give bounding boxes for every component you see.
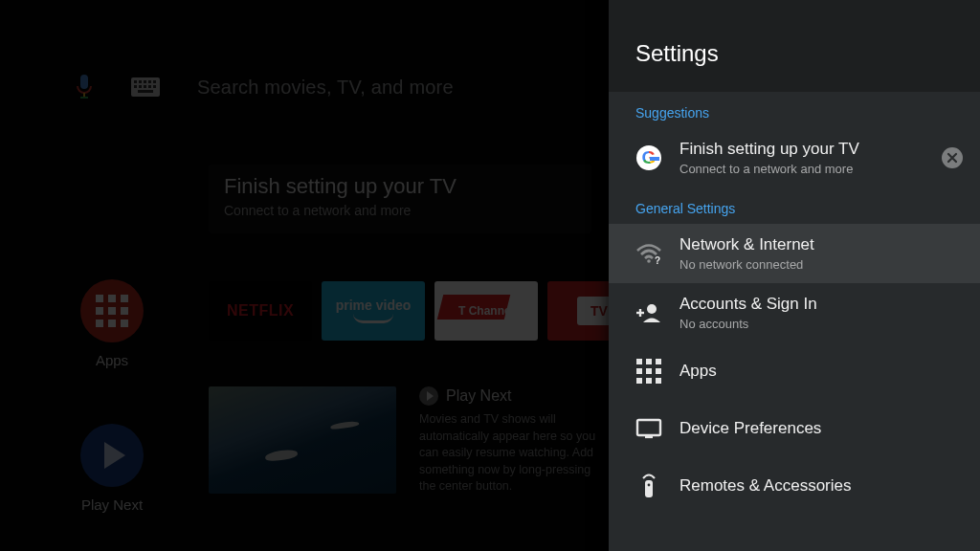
section-suggestions: Suggestions [609,92,980,128]
svg-point-15 [647,259,651,263]
svg-rect-22 [645,480,653,497]
svg-point-23 [648,484,651,487]
apps-icon [635,359,662,384]
add-account-icon [635,302,662,323]
settings-item-network[interactable]: ? Network & Internet No network connecte… [609,224,980,283]
settings-header: Settings [609,0,980,92]
settings-item-remotes[interactable]: Remotes & Accessories [609,457,980,515]
settings-item-apps[interactable]: Apps [609,342,980,400]
suggestion-finish-setup[interactable]: G Finish setting up your TV Connect to a… [609,128,980,187]
accounts-title: Accounts & Sign In [679,295,817,314]
svg-point-17 [647,304,657,314]
display-icon [635,419,662,438]
google-g-icon: G [636,145,661,170]
apps-title: Apps [679,362,717,381]
suggestion-title: Finish setting up your TV [679,140,859,159]
settings-panel: Settings Suggestions G Finish setting up… [609,0,980,551]
settings-item-device-prefs[interactable]: Device Preferences [609,400,980,457]
remotes-title: Remotes & Accessories [679,476,852,496]
wifi-off-icon: ? [635,244,662,263]
settings-item-accounts[interactable]: Accounts & Sign In No accounts [609,283,980,342]
device-prefs-title: Device Preferences [679,419,821,438]
settings-title: Settings [635,40,953,67]
dismiss-suggestion-button[interactable] [942,147,963,168]
svg-text:?: ? [655,255,660,266]
suggestion-subtitle: Connect to a network and more [679,162,859,176]
svg-rect-20 [637,420,660,435]
network-title: Network & Internet [679,235,814,254]
accounts-subtitle: No accounts [679,317,817,331]
section-general: General Settings [609,187,980,224]
remote-icon [635,474,662,498]
network-subtitle: No network connected [679,257,814,272]
